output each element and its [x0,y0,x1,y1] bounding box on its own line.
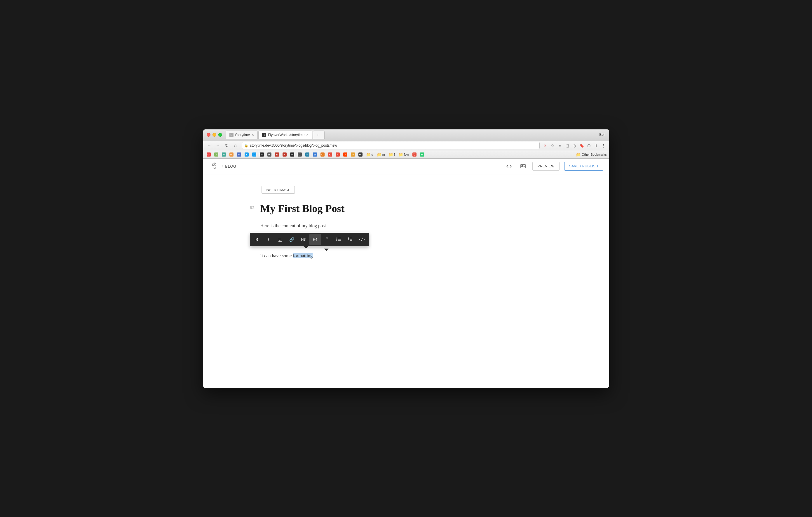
bookmark-triangle[interactable]: ▽ [411,152,418,157]
bookmark-black1[interactable]: ● [289,152,295,157]
bookmark-folder-f[interactable]: 📁 f [387,152,396,158]
underline-button[interactable]: U [274,234,286,245]
minimize-button[interactable] [212,133,216,137]
app-header: ‹ BLOG PREVIEW [203,159,609,174]
svg-point-16 [337,239,337,240]
bookmark-folder-d[interactable]: 📁 d [365,152,375,158]
italic-button[interactable]: I [263,234,274,245]
nav-icons: ✕ ☆ ≡ ⬚ ◷ 🔖 ⬡ ℹ ⋮ [542,142,607,149]
toolbar-pointer [324,249,329,251]
header-right: PREVIEW SAVE / PUBLISH [504,162,603,171]
forward-button[interactable]: → [214,142,222,149]
close-button[interactable] [207,133,210,137]
svg-point-11 [215,168,216,168]
tabs-bar: S Storytime ✕ ● FlyoverWorks/storytime ✕… [226,131,600,139]
svg-line-2 [214,163,216,164]
nav-bar: ← → ↻ ⌂ 🔒 ✕ ☆ ≡ ⬚ ◷ 🔖 ⬡ ℹ ⋮ [203,140,609,151]
save-publish-button[interactable]: SAVE / PUBLISH [564,162,603,170]
user-label: Ben [599,133,605,137]
tab-label-flyoverworks: FlyoverWorks/storytime [268,133,304,137]
h4-button[interactable]: H4 [309,234,321,245]
paragraph2-container: B I U 🔗 H3 [260,233,419,260]
ordered-list-icon: 1. 2. 3. [348,237,353,243]
bold-icon: B [255,237,258,242]
screenshot-icon[interactable]: ⬡ [586,142,592,149]
bookmark-twitter1[interactable]: t [243,152,250,157]
bookmark-gmail[interactable]: G [205,152,212,157]
bookmark-folder-m[interactable]: 📁 m [376,152,386,158]
svg-point-13 [522,165,523,166]
info-icon[interactable]: ℹ [593,142,600,149]
bookmark-b[interactable]: B [419,152,425,157]
reload-button[interactable]: ↻ [223,142,231,149]
app-container: ‹ BLOG PREVIEW [203,159,609,388]
bookmark-w2[interactable]: W [357,152,364,157]
github-favicon: ● [262,133,266,137]
bookmark-r[interactable]: R [281,152,288,157]
bookmark-c[interactable]: C [296,152,303,157]
home-button[interactable]: ⌂ [232,142,239,149]
storytime-favicon: S [229,133,233,137]
bookmark-y[interactable]: Y [213,152,220,157]
bookmark-manager-icon[interactable]: 🔖 [579,142,585,149]
paragraph2-before: It can have some [260,253,293,258]
back-button[interactable]: ← [205,142,213,149]
post-title-container: 82 My First Blog Post [250,202,419,215]
new-tab-icon: + [317,133,319,137]
bookmark-red2[interactable]: L [327,152,333,157]
tab-close-storytime[interactable]: ✕ [252,133,254,136]
bold-button[interactable]: B [251,234,263,245]
code-button[interactable]: </> [356,234,368,245]
h3-icon: H3 [301,238,306,242]
tab-storytime[interactable]: S Storytime ✕ [226,131,258,139]
bookmark-maps2[interactable]: M [228,152,235,157]
back-nav[interactable]: ‹ BLOG [222,164,236,169]
blockquote-icon: " [326,237,328,243]
maximize-button[interactable] [218,133,222,137]
svg-point-10 [213,168,213,168]
bookmark-5[interactable]: 5 [236,152,242,157]
bookmark-e[interactable]: E [274,152,280,157]
cast-icon[interactable]: ⬚ [564,142,570,149]
insert-image-bar: INSERT IMAGE [203,186,609,194]
browser-window: S Storytime ✕ ● FlyoverWorks/storytime ✕… [203,129,609,388]
blockquote-button[interactable]: " [321,234,333,245]
bookmark-w[interactable]: W [266,152,272,157]
bookmark-orange2[interactable]: ∿ [350,152,356,157]
h3-button[interactable]: H3 [298,234,309,245]
address-input[interactable] [250,143,537,147]
media-view-icon[interactable] [518,162,528,171]
bookmark-orange[interactable]: O [319,152,326,157]
menu-icon[interactable]: ⋮ [600,142,607,149]
star-icon[interactable]: ☆ [549,142,556,149]
address-bar: 🔒 [242,142,540,149]
title-bar: S Storytime ✕ ● FlyoverWorks/storytime ✕… [203,129,609,140]
bookmarks-bar: G Y M M 5 t t tc W E R ● [203,151,609,159]
timer-icon[interactable]: ◷ [571,142,578,149]
post-title[interactable]: My First Blog Post [260,202,345,215]
bookmark-p[interactable]: P [335,152,341,157]
bookmark-folder-fow[interactable]: 📁 fow [397,152,410,158]
editor-area: INSERT IMAGE 82 My First Blog Post Here … [203,174,609,388]
code-view-icon[interactable] [504,162,514,171]
x-icon[interactable]: ✕ [542,142,548,149]
ordered-list-button[interactable]: 1. 2. 3. [344,234,356,245]
paragraph2[interactable]: It can have some formatting [260,252,419,260]
tab-flyoverworks[interactable]: ● FlyoverWorks/storytime ✕ [258,131,312,139]
paragraph2-selected: formatting [293,253,313,258]
insert-image-button[interactable]: INSERT IMAGE [262,186,295,194]
bookmark-reddit[interactable]: r [342,152,348,157]
tab-close-flyoverworks[interactable]: ✕ [306,133,309,136]
bookmark-check[interactable]: ✓ [304,152,311,157]
layers-icon[interactable]: ≡ [557,142,563,149]
bookmark-twitter2[interactable]: t [251,152,257,157]
preview-button[interactable]: PREVIEW [532,162,559,170]
other-bookmarks[interactable]: 📁 Other Bookmarks [576,153,607,157]
bookmark-maps1[interactable]: M [221,152,227,157]
bookmark-grid[interactable]: ⊞ [312,152,318,157]
bookmark-tc[interactable]: tc [259,152,265,157]
unordered-list-button[interactable] [333,234,344,245]
tab-new[interactable]: + [313,131,325,139]
link-button[interactable]: 🔗 [286,234,298,245]
paragraph1[interactable]: Here is the content of my blog post [260,222,419,229]
